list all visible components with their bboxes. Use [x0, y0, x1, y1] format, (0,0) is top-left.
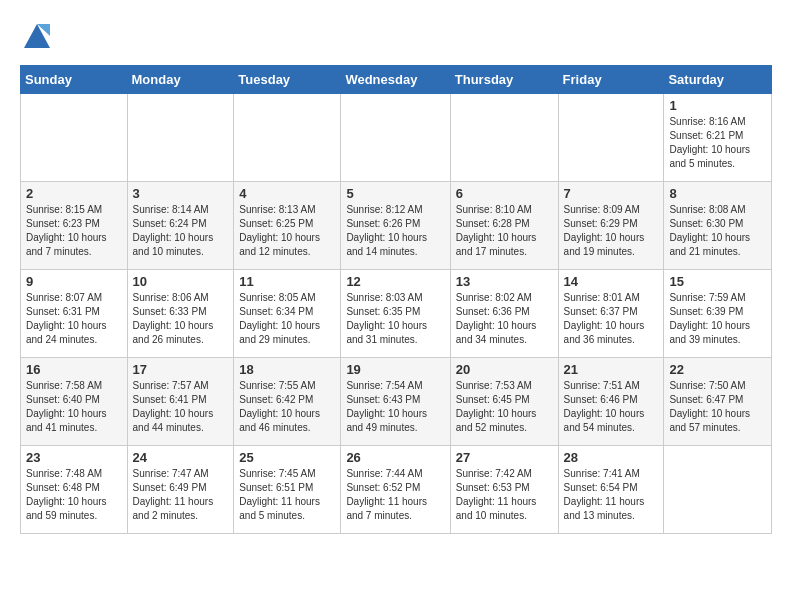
day-number: 19 — [346, 362, 444, 377]
day-number: 14 — [564, 274, 659, 289]
calendar-cell: 28Sunrise: 7:41 AM Sunset: 6:54 PM Dayli… — [558, 446, 664, 534]
day-info: Sunrise: 8:10 AM Sunset: 6:28 PM Dayligh… — [456, 203, 553, 259]
day-number: 11 — [239, 274, 335, 289]
weekday-header-saturday: Saturday — [664, 66, 772, 94]
weekday-header-tuesday: Tuesday — [234, 66, 341, 94]
day-number: 21 — [564, 362, 659, 377]
calendar-cell: 5Sunrise: 8:12 AM Sunset: 6:26 PM Daylig… — [341, 182, 450, 270]
day-info: Sunrise: 8:13 AM Sunset: 6:25 PM Dayligh… — [239, 203, 335, 259]
calendar-cell: 7Sunrise: 8:09 AM Sunset: 6:29 PM Daylig… — [558, 182, 664, 270]
day-number: 6 — [456, 186, 553, 201]
day-info: Sunrise: 7:51 AM Sunset: 6:46 PM Dayligh… — [564, 379, 659, 435]
day-info: Sunrise: 7:41 AM Sunset: 6:54 PM Dayligh… — [564, 467, 659, 523]
day-number: 15 — [669, 274, 766, 289]
day-number: 8 — [669, 186, 766, 201]
calendar-cell: 21Sunrise: 7:51 AM Sunset: 6:46 PM Dayli… — [558, 358, 664, 446]
weekday-header-wednesday: Wednesday — [341, 66, 450, 94]
day-number: 17 — [133, 362, 229, 377]
calendar-cell: 17Sunrise: 7:57 AM Sunset: 6:41 PM Dayli… — [127, 358, 234, 446]
calendar-week-1: 1Sunrise: 8:16 AM Sunset: 6:21 PM Daylig… — [21, 94, 772, 182]
calendar-week-4: 16Sunrise: 7:58 AM Sunset: 6:40 PM Dayli… — [21, 358, 772, 446]
day-info: Sunrise: 7:45 AM Sunset: 6:51 PM Dayligh… — [239, 467, 335, 523]
weekday-header-thursday: Thursday — [450, 66, 558, 94]
calendar-cell: 23Sunrise: 7:48 AM Sunset: 6:48 PM Dayli… — [21, 446, 128, 534]
calendar-cell: 9Sunrise: 8:07 AM Sunset: 6:31 PM Daylig… — [21, 270, 128, 358]
day-number: 2 — [26, 186, 122, 201]
day-number: 22 — [669, 362, 766, 377]
calendar-cell: 18Sunrise: 7:55 AM Sunset: 6:42 PM Dayli… — [234, 358, 341, 446]
day-info: Sunrise: 7:47 AM Sunset: 6:49 PM Dayligh… — [133, 467, 229, 523]
calendar-cell: 26Sunrise: 7:44 AM Sunset: 6:52 PM Dayli… — [341, 446, 450, 534]
day-number: 25 — [239, 450, 335, 465]
calendar-cell — [664, 446, 772, 534]
day-info: Sunrise: 8:03 AM Sunset: 6:35 PM Dayligh… — [346, 291, 444, 347]
day-info: Sunrise: 7:53 AM Sunset: 6:45 PM Dayligh… — [456, 379, 553, 435]
day-number: 7 — [564, 186, 659, 201]
calendar-cell: 24Sunrise: 7:47 AM Sunset: 6:49 PM Dayli… — [127, 446, 234, 534]
day-number: 3 — [133, 186, 229, 201]
day-number: 16 — [26, 362, 122, 377]
calendar-table: SundayMondayTuesdayWednesdayThursdayFrid… — [20, 65, 772, 534]
calendar-week-3: 9Sunrise: 8:07 AM Sunset: 6:31 PM Daylig… — [21, 270, 772, 358]
calendar-cell: 12Sunrise: 8:03 AM Sunset: 6:35 PM Dayli… — [341, 270, 450, 358]
calendar-body: 1Sunrise: 8:16 AM Sunset: 6:21 PM Daylig… — [21, 94, 772, 534]
calendar-cell — [341, 94, 450, 182]
day-number: 4 — [239, 186, 335, 201]
calendar-cell: 1Sunrise: 8:16 AM Sunset: 6:21 PM Daylig… — [664, 94, 772, 182]
day-info: Sunrise: 8:07 AM Sunset: 6:31 PM Dayligh… — [26, 291, 122, 347]
day-number: 13 — [456, 274, 553, 289]
calendar-cell: 20Sunrise: 7:53 AM Sunset: 6:45 PM Dayli… — [450, 358, 558, 446]
day-number: 5 — [346, 186, 444, 201]
calendar-cell: 25Sunrise: 7:45 AM Sunset: 6:51 PM Dayli… — [234, 446, 341, 534]
day-info: Sunrise: 8:01 AM Sunset: 6:37 PM Dayligh… — [564, 291, 659, 347]
calendar-cell: 2Sunrise: 8:15 AM Sunset: 6:23 PM Daylig… — [21, 182, 128, 270]
day-info: Sunrise: 7:42 AM Sunset: 6:53 PM Dayligh… — [456, 467, 553, 523]
calendar-cell: 27Sunrise: 7:42 AM Sunset: 6:53 PM Dayli… — [450, 446, 558, 534]
calendar-cell: 10Sunrise: 8:06 AM Sunset: 6:33 PM Dayli… — [127, 270, 234, 358]
day-info: Sunrise: 8:09 AM Sunset: 6:29 PM Dayligh… — [564, 203, 659, 259]
calendar-cell: 15Sunrise: 7:59 AM Sunset: 6:39 PM Dayli… — [664, 270, 772, 358]
day-number: 1 — [669, 98, 766, 113]
calendar-week-5: 23Sunrise: 7:48 AM Sunset: 6:48 PM Dayli… — [21, 446, 772, 534]
calendar-cell: 4Sunrise: 8:13 AM Sunset: 6:25 PM Daylig… — [234, 182, 341, 270]
page-header — [20, 20, 772, 55]
calendar-cell: 8Sunrise: 8:08 AM Sunset: 6:30 PM Daylig… — [664, 182, 772, 270]
logo — [20, 20, 52, 55]
calendar-cell: 11Sunrise: 8:05 AM Sunset: 6:34 PM Dayli… — [234, 270, 341, 358]
day-number: 27 — [456, 450, 553, 465]
day-info: Sunrise: 7:44 AM Sunset: 6:52 PM Dayligh… — [346, 467, 444, 523]
day-info: Sunrise: 8:16 AM Sunset: 6:21 PM Dayligh… — [669, 115, 766, 171]
weekday-header-monday: Monday — [127, 66, 234, 94]
day-number: 12 — [346, 274, 444, 289]
calendar-cell: 3Sunrise: 8:14 AM Sunset: 6:24 PM Daylig… — [127, 182, 234, 270]
day-info: Sunrise: 8:05 AM Sunset: 6:34 PM Dayligh… — [239, 291, 335, 347]
calendar-cell — [127, 94, 234, 182]
calendar-cell: 16Sunrise: 7:58 AM Sunset: 6:40 PM Dayli… — [21, 358, 128, 446]
day-info: Sunrise: 7:54 AM Sunset: 6:43 PM Dayligh… — [346, 379, 444, 435]
calendar-cell: 19Sunrise: 7:54 AM Sunset: 6:43 PM Dayli… — [341, 358, 450, 446]
day-info: Sunrise: 8:15 AM Sunset: 6:23 PM Dayligh… — [26, 203, 122, 259]
calendar-week-2: 2Sunrise: 8:15 AM Sunset: 6:23 PM Daylig… — [21, 182, 772, 270]
day-number: 28 — [564, 450, 659, 465]
day-info: Sunrise: 8:06 AM Sunset: 6:33 PM Dayligh… — [133, 291, 229, 347]
day-number: 24 — [133, 450, 229, 465]
day-info: Sunrise: 7:50 AM Sunset: 6:47 PM Dayligh… — [669, 379, 766, 435]
day-info: Sunrise: 8:14 AM Sunset: 6:24 PM Dayligh… — [133, 203, 229, 259]
day-info: Sunrise: 7:57 AM Sunset: 6:41 PM Dayligh… — [133, 379, 229, 435]
calendar-cell: 6Sunrise: 8:10 AM Sunset: 6:28 PM Daylig… — [450, 182, 558, 270]
day-info: Sunrise: 7:58 AM Sunset: 6:40 PM Dayligh… — [26, 379, 122, 435]
weekday-header-friday: Friday — [558, 66, 664, 94]
calendar-cell — [21, 94, 128, 182]
day-info: Sunrise: 8:02 AM Sunset: 6:36 PM Dayligh… — [456, 291, 553, 347]
calendar-cell: 22Sunrise: 7:50 AM Sunset: 6:47 PM Dayli… — [664, 358, 772, 446]
calendar-cell — [558, 94, 664, 182]
day-info: Sunrise: 8:08 AM Sunset: 6:30 PM Dayligh… — [669, 203, 766, 259]
day-info: Sunrise: 7:55 AM Sunset: 6:42 PM Dayligh… — [239, 379, 335, 435]
day-info: Sunrise: 8:12 AM Sunset: 6:26 PM Dayligh… — [346, 203, 444, 259]
calendar-cell: 13Sunrise: 8:02 AM Sunset: 6:36 PM Dayli… — [450, 270, 558, 358]
day-number: 23 — [26, 450, 122, 465]
weekday-header-sunday: Sunday — [21, 66, 128, 94]
calendar-cell — [450, 94, 558, 182]
day-number: 9 — [26, 274, 122, 289]
day-number: 20 — [456, 362, 553, 377]
